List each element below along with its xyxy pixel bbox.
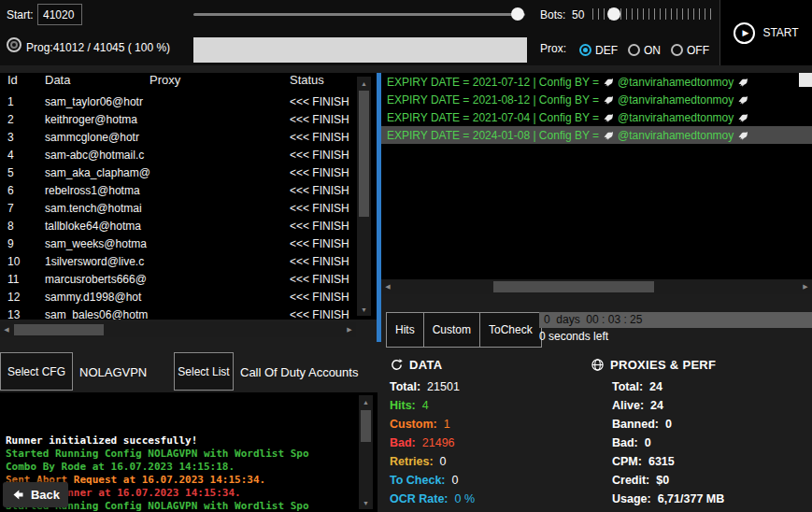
- start-button[interactable]: ▶ START: [719, 0, 812, 65]
- table-row[interactable]: 2 keithroger@hotma <<< FINISH: [0, 111, 378, 129]
- bots-slider[interactable]: [592, 5, 714, 23]
- table-row[interactable]: 11 marcusroberts666@ <<< FINISH: [0, 271, 378, 289]
- table-row[interactable]: 8 tallbloke64@hotma <<< FINISH: [0, 218, 378, 235]
- dove-icon: [603, 94, 614, 106]
- select-cfg-button[interactable]: Select CFG: [0, 352, 73, 391]
- scroll-left-icon[interactable]: ◀: [381, 279, 394, 294]
- scrollbar-thumb[interactable]: [361, 410, 371, 442]
- stat-value: 0 %: [455, 492, 476, 505]
- scrollbar-thumb[interactable]: [14, 324, 104, 335]
- cell-id: 11: [7, 271, 19, 289]
- result-tab[interactable]: Hits: [386, 312, 424, 348]
- table-horizontal-scrollbar[interactable]: ◀ ▶: [0, 322, 356, 337]
- hit-row[interactable]: EXPIRY DATE = 2021-08-12 | Config BY = @…: [381, 91, 812, 108]
- stat-label: Custom:: [390, 418, 437, 431]
- dove-icon: [603, 130, 614, 141]
- stat-label: Hits:: [390, 399, 416, 412]
- stat-value: 0: [452, 474, 459, 487]
- start-position-input[interactable]: [37, 4, 82, 25]
- hit-author-handle: @tanvirahamedtonmoy: [618, 76, 734, 89]
- table-row[interactable]: 13 sam_bales06@hotm <<< FINISH: [0, 306, 378, 320]
- hit-text: EXPIRY DATE = 2024-01-08 | Config BY =: [387, 129, 599, 142]
- stat-value: 24: [650, 399, 663, 412]
- proxy-mode-option[interactable]: ON: [628, 44, 661, 57]
- scrollbar-thumb[interactable]: [359, 91, 369, 217]
- stat-label: Credit:: [612, 474, 649, 487]
- table-row[interactable]: 4 sam-abc@hotmail.c <<< FINISH: [0, 147, 378, 164]
- select-list-button[interactable]: Select List: [174, 352, 234, 391]
- cell-data: keithroger@hotma: [45, 111, 137, 129]
- table-row[interactable]: 10 1silversword@live.c <<< FINISH: [0, 253, 378, 271]
- result-tab[interactable]: ToCheck: [479, 312, 542, 348]
- table-row[interactable]: 9 sam_weeks@hotma <<< FINISH: [0, 235, 378, 253]
- proxies-stats-list: Total:24 Alive:24 Banned:0 Bad:0 CPM:631…: [612, 377, 724, 508]
- stat-value: 6,71/377 MB: [658, 492, 725, 505]
- log-line: Started Running Config NOLAGVPN with Wor…: [6, 448, 372, 461]
- table-vertical-scrollbar[interactable]: ▲ ▼: [357, 77, 371, 316]
- progress-radio-icon[interactable]: [7, 37, 21, 52]
- scroll-right-icon[interactable]: ▶: [799, 279, 812, 294]
- scroll-down-icon[interactable]: ▼: [359, 496, 373, 509]
- cell-status: <<< FINISH: [290, 93, 349, 111]
- scroll-up-icon[interactable]: ▲: [357, 77, 371, 90]
- stat-value: 0: [645, 436, 651, 449]
- stat-value: 24: [649, 380, 662, 393]
- stat-row: Total:21501: [390, 377, 475, 396]
- back-button[interactable]: Back: [3, 482, 68, 507]
- hit-row[interactable]: EXPIRY DATE = 2024-01-08 | Config BY = @…: [381, 126, 812, 144]
- scroll-up-icon[interactable]: ▲: [359, 395, 373, 408]
- globe-icon: [591, 358, 605, 372]
- cell-id: 5: [7, 164, 14, 182]
- column-header-proxy[interactable]: Proxy: [150, 73, 180, 87]
- stat-label: CPM:: [612, 455, 642, 468]
- stat-value: 21501: [427, 380, 460, 393]
- start-slider-track[interactable]: [193, 13, 525, 16]
- cell-data: sammy.d1998@hot: [45, 289, 141, 306]
- scroll-right-icon[interactable]: ▶: [343, 322, 356, 337]
- start-slider[interactable]: [193, 7, 525, 21]
- bots-slider-thumb[interactable]: [607, 7, 620, 21]
- proxy-mode-option[interactable]: DEF: [579, 44, 618, 57]
- column-header-id[interactable]: Id: [7, 73, 18, 87]
- results-horizontal-scrollbar[interactable]: ◀ ▶: [381, 279, 812, 294]
- proxy-mode-option[interactable]: OFF: [671, 44, 709, 57]
- stat-row: Hits:4: [390, 396, 475, 415]
- hit-text: EXPIRY DATE = 2021-08-12 | Config BY =: [387, 93, 599, 107]
- table-row[interactable]: 5 sam_aka_clapham@ <<< FINISH: [0, 164, 378, 182]
- column-header-status[interactable]: Status: [290, 73, 324, 87]
- log-vertical-scrollbar[interactable]: ▲ ▼: [359, 395, 373, 509]
- cell-id: 4: [7, 147, 14, 164]
- stat-label: Retries:: [390, 455, 434, 468]
- start-button-label: START: [762, 26, 798, 39]
- stat-row: Alive:24: [612, 396, 724, 415]
- stat-row: Banned:0: [612, 415, 724, 434]
- table-row[interactable]: 1 sam_taylor06@hotr <<< FINISH: [0, 93, 378, 111]
- runner-window: Start: Bots: 50 Prog:41012 / 41045 ( 100…: [0, 0, 812, 512]
- proxy-mode-option-label: DEF: [595, 44, 618, 57]
- table-row[interactable]: 7 sam.tench@hotmai <<< FINISH: [0, 200, 378, 218]
- scrollbar-thumb[interactable]: [493, 281, 654, 292]
- hit-row[interactable]: EXPIRY DATE = 2021-07-12 | Config BY = @…: [381, 73, 812, 91]
- results-scrollbar-thumb[interactable]: [799, 73, 812, 87]
- scroll-down-icon[interactable]: ▼: [357, 303, 371, 316]
- table-row[interactable]: 6 rebelross1@hotma <<< FINISH: [0, 182, 378, 200]
- table-row[interactable]: 3 sammcglone@hotr <<< FINISH: [0, 129, 378, 147]
- hit-row[interactable]: EXPIRY DATE = 2021-07-04 | Config BY = @…: [381, 108, 812, 126]
- table-header: Id Data Proxy Status: [0, 73, 378, 93]
- stat-value: 0: [440, 455, 447, 468]
- cell-status: <<< FINISH: [290, 253, 349, 271]
- dove-icon: [737, 112, 748, 123]
- cell-data: sam-abc@hotmail.c: [45, 147, 144, 164]
- start-slider-thumb[interactable]: [511, 7, 524, 21]
- elapsed-time: 0 days 00 : 03 : 25: [539, 312, 812, 328]
- scroll-left-icon[interactable]: ◀: [0, 322, 13, 337]
- stat-row: Retries:0: [390, 452, 475, 471]
- cell-id: 8: [7, 218, 14, 235]
- stat-label: Usage:: [612, 492, 651, 505]
- column-header-data[interactable]: Data: [45, 73, 70, 87]
- table-row[interactable]: 12 sammy.d1998@hot <<< FINISH: [0, 289, 378, 306]
- stat-row: To Check:0: [390, 471, 475, 490]
- cell-status: <<< FINISH: [290, 182, 349, 200]
- result-tab[interactable]: Custom: [423, 312, 480, 348]
- stat-value: 4: [422, 399, 429, 412]
